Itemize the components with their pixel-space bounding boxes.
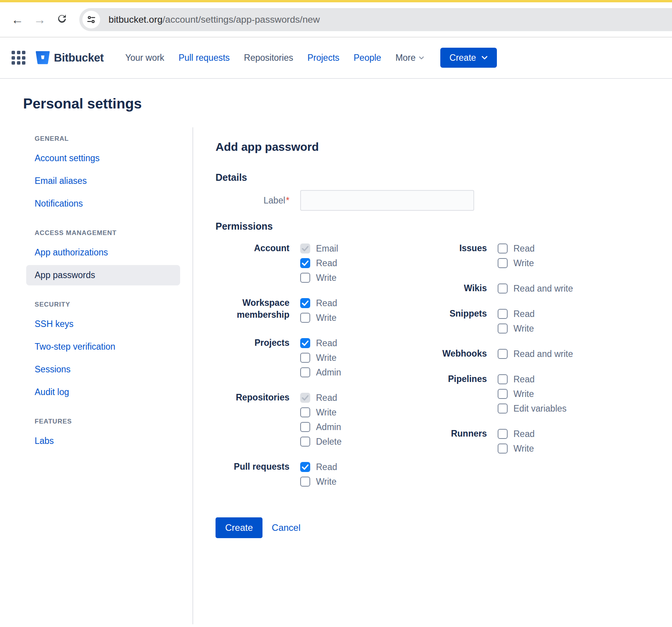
- checkbox-issues-write[interactable]: [498, 258, 508, 268]
- permission-option-projects-admin[interactable]: Admin: [300, 365, 341, 380]
- checkbox-repositories-admin[interactable]: [300, 422, 310, 432]
- create-button[interactable]: Create: [216, 517, 262, 538]
- permission-option-label[interactable]: Write: [316, 353, 336, 363]
- permission-option-workspace-membership-read[interactable]: Read: [300, 296, 337, 310]
- nav-item-repositories[interactable]: Repositories: [244, 53, 293, 63]
- permission-option-label[interactable]: Write: [316, 407, 336, 418]
- permission-option-label[interactable]: Read and write: [513, 283, 573, 294]
- permission-option-label[interactable]: Edit variables: [513, 404, 567, 414]
- checkbox-pipelines-edit-variables[interactable]: [498, 404, 508, 414]
- nav-item-your-work[interactable]: Your work: [125, 53, 164, 63]
- sidebar-item-audit-log[interactable]: Audit log: [26, 382, 180, 402]
- permission-option-label[interactable]: Admin: [316, 422, 341, 432]
- checkbox-workspace-membership-read[interactable]: [300, 298, 310, 308]
- permission-option-label[interactable]: Read: [513, 374, 535, 385]
- sidebar-item-account-settings[interactable]: Account settings: [26, 148, 180, 168]
- permission-option-label[interactable]: Read: [316, 298, 337, 308]
- checkbox-workspace-membership-write[interactable]: [300, 313, 310, 323]
- checkbox-snippets-read[interactable]: [498, 309, 508, 319]
- permission-option-label[interactable]: Read: [513, 429, 535, 439]
- checkbox-account-write[interactable]: [300, 273, 310, 283]
- checkbox-account-read[interactable]: [300, 258, 310, 268]
- sidebar-item-app-authorizations[interactable]: App authorizations: [26, 242, 180, 263]
- permission-option-label[interactable]: Email: [316, 243, 338, 254]
- permission-option-projects-write[interactable]: Write: [300, 350, 341, 365]
- permission-option-wikis-read-and-write[interactable]: Read and write: [498, 281, 573, 296]
- permission-option-repositories-admin[interactable]: Admin: [300, 420, 341, 434]
- nav-item-pull-requests[interactable]: Pull requests: [179, 53, 230, 63]
- permission-option-issues-write[interactable]: Write: [498, 256, 535, 270]
- sidebar-item-sessions[interactable]: Sessions: [26, 359, 180, 380]
- permission-option-pipelines-write[interactable]: Write: [498, 387, 567, 401]
- checkbox-pull-requests-read[interactable]: [300, 462, 310, 472]
- sidebar-item-notifications[interactable]: Notifications: [26, 193, 180, 214]
- permission-option-issues-read[interactable]: Read: [498, 241, 535, 256]
- checkbox-projects-write[interactable]: [300, 353, 310, 363]
- permission-option-label[interactable]: Write: [513, 444, 534, 454]
- bitbucket-logo[interactable]: Bitbucket: [35, 51, 104, 65]
- permission-option-label[interactable]: Read: [316, 338, 337, 349]
- permission-option-workspace-membership-write[interactable]: Write: [300, 310, 337, 325]
- checkbox-runners-read[interactable]: [498, 429, 508, 439]
- permission-option-snippets-write[interactable]: Write: [498, 321, 535, 336]
- checkbox-projects-admin[interactable]: [300, 367, 310, 377]
- checkbox-wikis-read-and-write[interactable]: [498, 283, 508, 293]
- permission-option-runners-write[interactable]: Write: [498, 441, 535, 456]
- nav-item-projects[interactable]: Projects: [308, 53, 339, 63]
- permission-option-label[interactable]: Admin: [316, 367, 341, 378]
- permission-option-label[interactable]: Write: [513, 324, 534, 334]
- permission-option-repositories-write[interactable]: Write: [300, 405, 341, 420]
- permission-option-pull-requests-write[interactable]: Write: [300, 474, 337, 489]
- nav-item-people[interactable]: People: [354, 53, 381, 63]
- checkbox-projects-read[interactable]: [300, 338, 310, 348]
- label-input[interactable]: [300, 190, 474, 211]
- cancel-link[interactable]: Cancel: [272, 522, 301, 533]
- permission-option-label[interactable]: Read: [316, 258, 337, 268]
- url-bar[interactable]: bitbucket.org/account/settings/app-passw…: [79, 8, 672, 31]
- site-info-icon[interactable]: [82, 11, 100, 28]
- checkbox-pipelines-write[interactable]: [498, 389, 508, 399]
- sidebar-item-two-step-verification[interactable]: Two-step verification: [26, 337, 180, 357]
- permission-option-label[interactable]: Write: [513, 258, 534, 268]
- sidebar-item-ssh-keys[interactable]: SSH keys: [26, 314, 180, 334]
- nav-create-button[interactable]: Create: [440, 48, 497, 68]
- permission-option-label[interactable]: Delete: [316, 437, 341, 447]
- permission-option-label[interactable]: Read: [513, 309, 535, 319]
- permission-option-snippets-read[interactable]: Read: [498, 307, 535, 321]
- back-icon[interactable]: ←: [6, 13, 28, 26]
- checkbox-pull-requests-write[interactable]: [300, 477, 310, 487]
- forward-icon[interactable]: →: [28, 13, 51, 26]
- permission-option-label[interactable]: Read and write: [513, 349, 573, 359]
- checkbox-repositories-write[interactable]: [300, 407, 310, 417]
- permission-option-label[interactable]: Read: [316, 462, 337, 472]
- permission-option-pipelines-edit-variables[interactable]: Edit variables: [498, 401, 567, 416]
- permission-option-webhooks-read-and-write[interactable]: Read and write: [498, 347, 573, 361]
- sidebar-item-labs[interactable]: Labs: [26, 431, 180, 451]
- permission-option-repositories-delete[interactable]: Delete: [300, 434, 341, 449]
- permission-option-repositories-read[interactable]: Read: [300, 390, 341, 405]
- permission-option-account-write[interactable]: Write: [300, 270, 338, 285]
- reload-icon[interactable]: [51, 13, 73, 27]
- permission-option-account-read[interactable]: Read: [300, 256, 338, 270]
- permission-option-label[interactable]: Write: [513, 389, 534, 399]
- permission-option-label[interactable]: Write: [316, 273, 336, 283]
- checkbox-issues-read[interactable]: [498, 243, 508, 253]
- checkbox-runners-write[interactable]: [498, 444, 508, 454]
- permission-option-pull-requests-read[interactable]: Read: [300, 460, 337, 474]
- nav-item-more[interactable]: More: [395, 53, 424, 63]
- checkbox-repositories-delete[interactable]: [300, 437, 310, 447]
- permission-option-label[interactable]: Write: [316, 477, 336, 487]
- permission-option-label[interactable]: Read: [316, 393, 337, 403]
- sidebar-item-email-aliases[interactable]: Email aliases: [26, 171, 180, 191]
- permission-option-pipelines-read[interactable]: Read: [498, 372, 567, 387]
- permission-option-label[interactable]: Read: [513, 243, 535, 254]
- checkbox-pipelines-read[interactable]: [498, 374, 508, 384]
- permission-option-account-email[interactable]: Email: [300, 241, 338, 256]
- checkbox-webhooks-read-and-write[interactable]: [498, 349, 508, 359]
- sidebar-item-app-passwords[interactable]: App passwords: [26, 265, 180, 285]
- checkbox-snippets-write[interactable]: [498, 324, 508, 334]
- permission-option-projects-read[interactable]: Read: [300, 336, 341, 350]
- permission-option-label[interactable]: Write: [316, 313, 336, 323]
- app-switcher-icon[interactable]: [12, 51, 25, 65]
- permission-option-runners-read[interactable]: Read: [498, 427, 535, 441]
